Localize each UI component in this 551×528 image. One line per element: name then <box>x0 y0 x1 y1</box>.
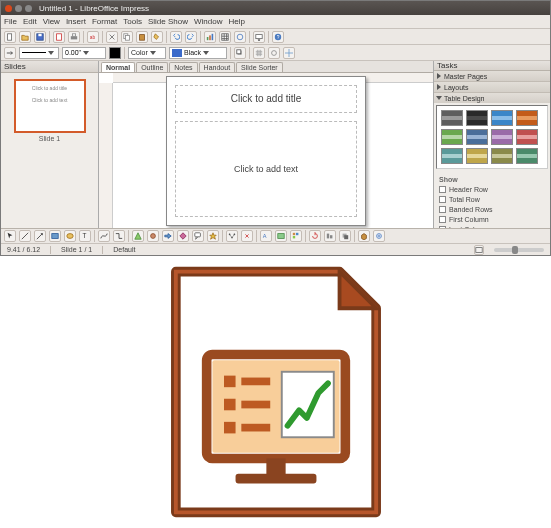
glue-tool[interactable] <box>241 230 253 242</box>
shadow-button[interactable] <box>234 47 246 59</box>
close-icon[interactable] <box>5 5 12 12</box>
line-width-combo[interactable]: 0.00" <box>62 47 106 59</box>
open-button[interactable] <box>19 31 31 43</box>
svg-rect-21 <box>52 234 58 239</box>
rect-tool[interactable] <box>49 230 61 242</box>
spellcheck-button[interactable]: ab <box>87 31 99 43</box>
table-design-6[interactable] <box>491 129 513 145</box>
fontwork-tool[interactable]: A <box>260 230 272 242</box>
select-tool[interactable] <box>4 230 16 242</box>
snap-button[interactable] <box>268 47 280 59</box>
menu-window[interactable]: Window <box>194 17 222 26</box>
slide[interactable]: Click to add title Click to add text <box>166 76 366 226</box>
align-tool[interactable] <box>324 230 336 242</box>
opt-banded-rows[interactable]: Banded Rows <box>439 206 545 213</box>
tab-outline[interactable]: Outline <box>136 62 168 72</box>
title-placeholder[interactable]: Click to add title <box>175 85 357 113</box>
from-file-tool[interactable] <box>275 230 287 242</box>
section-table-design[interactable]: Table Design <box>434 93 550 103</box>
redo-button[interactable] <box>185 31 197 43</box>
hyperlink-button[interactable] <box>234 31 246 43</box>
help-button[interactable]: ? <box>272 31 284 43</box>
menu-edit[interactable]: Edit <box>23 17 37 26</box>
rotate-tool[interactable] <box>309 230 321 242</box>
body-placeholder[interactable]: Click to add text <box>175 121 357 217</box>
stars-tool[interactable] <box>207 230 219 242</box>
opt-total-row[interactable]: Total Row <box>439 196 545 203</box>
copy-button[interactable] <box>121 31 133 43</box>
arrow-style-button[interactable] <box>4 47 16 59</box>
menu-slideshow[interactable]: Slide Show <box>148 17 188 26</box>
chart-button[interactable] <box>204 31 216 43</box>
tab-notes[interactable]: Notes <box>169 62 197 72</box>
save-button[interactable] <box>34 31 46 43</box>
line-tool[interactable] <box>19 230 31 242</box>
menu-file[interactable]: File <box>4 17 17 26</box>
points-tool[interactable] <box>226 230 238 242</box>
interaction-tool[interactable] <box>373 230 385 242</box>
menu-tools[interactable]: Tools <box>123 17 142 26</box>
table-design-0[interactable] <box>441 110 463 126</box>
slide-thumbnail[interactable]: Click to add title Click to add text <box>14 79 86 133</box>
flowchart-tool[interactable] <box>177 230 189 242</box>
gallery-tool[interactable] <box>290 230 302 242</box>
section-master-pages[interactable]: Master Pages <box>434 71 550 81</box>
fill-color-combo[interactable]: Black <box>169 47 227 59</box>
slideshow-button[interactable] <box>253 31 265 43</box>
guides-button[interactable] <box>283 47 295 59</box>
symbol-shapes-tool[interactable] <box>147 230 159 242</box>
table-design-7[interactable] <box>516 129 538 145</box>
svg-rect-30 <box>278 234 284 239</box>
ellipse-tool[interactable] <box>64 230 76 242</box>
table-design-11[interactable] <box>516 148 538 164</box>
menu-format[interactable]: Format <box>92 17 117 26</box>
arrow-tool[interactable] <box>34 230 46 242</box>
status-layout: Default <box>113 246 135 253</box>
text-tool[interactable]: T <box>79 230 91 242</box>
section-layouts[interactable]: Layouts <box>434 82 550 92</box>
menu-view[interactable]: View <box>43 17 60 26</box>
cut-button[interactable] <box>106 31 118 43</box>
basic-shapes-tool[interactable] <box>132 230 144 242</box>
paste-button[interactable] <box>136 31 148 43</box>
tab-sorter[interactable]: Slide Sorter <box>236 62 283 72</box>
line-color-swatch[interactable] <box>109 47 121 59</box>
minimize-icon[interactable] <box>15 5 22 12</box>
extrusion-tool[interactable] <box>358 230 370 242</box>
undo-button[interactable] <box>170 31 182 43</box>
arrange-tool[interactable] <box>339 230 351 242</box>
new-doc-button[interactable] <box>4 31 16 43</box>
export-pdf-button[interactable] <box>53 31 65 43</box>
table-design-1[interactable] <box>466 110 488 126</box>
table-button[interactable] <box>219 31 231 43</box>
menu-insert[interactable]: Insert <box>66 17 86 26</box>
format-paint-button[interactable] <box>151 31 163 43</box>
table-design-3[interactable] <box>516 110 538 126</box>
tab-handout[interactable]: Handout <box>199 62 235 72</box>
maximize-icon[interactable] <box>25 5 32 12</box>
callout-tool[interactable] <box>192 230 204 242</box>
window-title: Untitled 1 - LibreOffice Impress <box>39 4 149 13</box>
zoom-slider[interactable] <box>494 248 544 252</box>
line-style-combo[interactable] <box>19 47 59 59</box>
grid-button[interactable] <box>253 47 265 59</box>
table-design-4[interactable] <box>441 129 463 145</box>
menu-help[interactable]: Help <box>228 17 244 26</box>
table-design-9[interactable] <box>466 148 488 164</box>
table-designs-grid <box>436 105 548 169</box>
opt-first-col[interactable]: First Column <box>439 216 545 223</box>
zoom-fit-icon[interactable] <box>474 245 484 255</box>
impress-logo <box>0 256 551 528</box>
table-design-5[interactable] <box>466 129 488 145</box>
print-button[interactable] <box>68 31 80 43</box>
tab-normal[interactable]: Normal <box>101 62 135 72</box>
curve-tool[interactable] <box>98 230 110 242</box>
block-arrows-tool[interactable] <box>162 230 174 242</box>
table-design-8[interactable] <box>441 148 463 164</box>
table-design-2[interactable] <box>491 110 513 126</box>
connector-tool[interactable] <box>113 230 125 242</box>
opt-header-row[interactable]: Header Row <box>439 186 545 193</box>
fill-type-combo[interactable]: Color <box>128 47 166 59</box>
table-design-10[interactable] <box>491 148 513 164</box>
canvas[interactable]: Click to add title Click to add text <box>99 73 433 228</box>
